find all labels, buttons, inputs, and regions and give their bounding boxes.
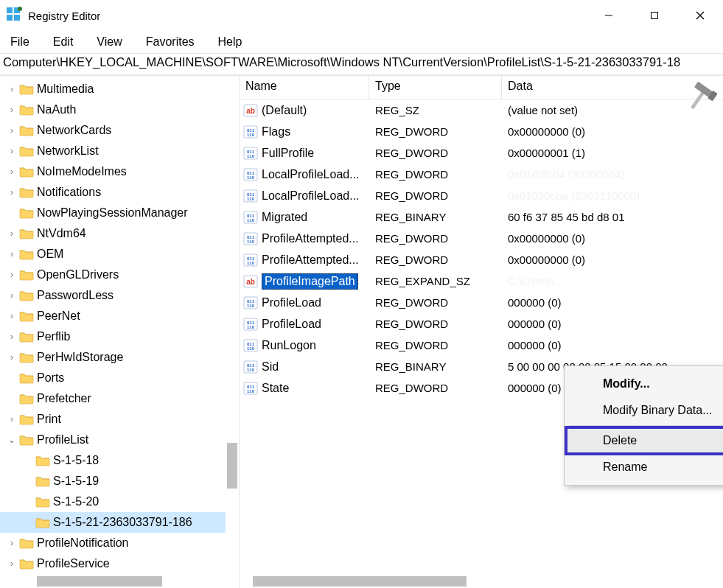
address-bar[interactable]: Computer\HKEY_LOCAL_MACHINE\SOFTWARE\Mic… xyxy=(0,53,723,75)
chevron-right-icon[interactable]: › xyxy=(6,290,18,301)
tree-item[interactable]: ›S-1-5-20 xyxy=(0,491,239,512)
value-data: 000000 (0) xyxy=(502,339,723,351)
values-list[interactable]: ab(Default)REG_SZ(value not set)011110Fl… xyxy=(240,99,723,588)
chevron-right-icon[interactable]: › xyxy=(6,187,18,197)
chevron-right-icon[interactable]: › xyxy=(6,538,18,548)
chevron-right-icon[interactable]: › xyxy=(6,332,18,342)
tree-item-label: S-1-5-18 xyxy=(53,454,99,467)
tree-item[interactable]: ›Multimedia xyxy=(0,79,239,99)
value-row[interactable]: 011110LocalProfileLoad...REG_DWORD0x01d0… xyxy=(240,164,723,185)
tree-item[interactable]: ›Perflib xyxy=(0,326,239,347)
chevron-right-icon[interactable]: › xyxy=(6,146,18,156)
tree-item-label: Ports xyxy=(37,371,64,385)
tree-item[interactable]: ›ProfileNotification xyxy=(0,533,239,553)
column-type[interactable]: Type xyxy=(369,76,502,99)
value-data: 0x00000001 (1) xyxy=(502,147,723,159)
tree-item[interactable]: ›OpenGLDrivers xyxy=(0,265,239,285)
tree-item[interactable]: ›Print xyxy=(0,409,239,430)
tree-item[interactable]: ›Ports xyxy=(0,368,239,388)
ctx-delete[interactable]: Delete xyxy=(566,427,723,454)
tree-item[interactable]: ›Notifications xyxy=(0,182,239,203)
folder-icon xyxy=(35,517,50,528)
close-button[interactable] xyxy=(677,0,723,31)
ctx-modify[interactable]: Modify... xyxy=(566,371,723,397)
registry-tree[interactable]: ›Multimedia›NaAuth›NetworkCards›NetworkL… xyxy=(0,76,240,588)
chevron-right-icon[interactable]: › xyxy=(6,352,18,363)
chevron-down-icon[interactable]: ⌄ xyxy=(6,435,18,445)
tree-item-label: NowPlayingSessionManager xyxy=(37,206,188,220)
value-data: 0x01030cba (2302110000) xyxy=(502,189,723,202)
chevron-right-icon[interactable]: › xyxy=(6,249,18,259)
chevron-right-icon[interactable]: › xyxy=(6,414,18,424)
tree-item[interactable]: ›NetworkCards xyxy=(0,120,239,141)
tree-item[interactable]: ›ProfileService xyxy=(0,553,239,574)
binary-value-icon: 011110 xyxy=(242,145,259,161)
ctx-rename[interactable]: Rename xyxy=(566,454,723,480)
value-row[interactable]: 011110ProfileAttempted...REG_DWORD0x0000… xyxy=(240,228,723,249)
tree-item-label: PasswordLess xyxy=(37,289,113,302)
binary-value-icon: 011110 xyxy=(242,188,259,204)
value-row[interactable]: abProfileImagePathREG_EXPAND_SZC:\Users\… xyxy=(240,270,723,292)
tree-item[interactable]: ›PasswordLess xyxy=(0,285,239,306)
window-controls xyxy=(586,0,723,31)
folder-icon xyxy=(19,145,34,157)
value-type: REG_BINARY xyxy=(369,211,502,223)
tree-item[interactable]: ›NowPlayingSessionManager xyxy=(0,203,239,223)
chevron-right-icon[interactable]: › xyxy=(6,270,18,280)
value-row[interactable]: 011110ProfileLoadREG_DWORD000000 (0) xyxy=(240,313,723,335)
value-row[interactable]: 011110FlagsREG_DWORD0x00000000 (0) xyxy=(240,121,723,142)
tree-item[interactable]: ›PerHwIdStorage xyxy=(0,347,239,368)
svg-rect-3 xyxy=(14,15,20,21)
tree-item[interactable]: ›OEM xyxy=(0,244,239,265)
value-row[interactable]: 011110FullProfileREG_DWORD0x00000001 (1) xyxy=(240,142,723,164)
value-row[interactable]: 011110ProfileLoadREG_DWORD000000 (0) xyxy=(240,292,723,313)
value-row[interactable]: 011110ProfileAttempted...REG_DWORD0x0000… xyxy=(240,249,723,270)
column-name[interactable]: Name xyxy=(240,76,369,99)
tree-item[interactable]: ›S-1-5-18 xyxy=(0,450,239,471)
binary-value-icon: 011110 xyxy=(242,231,259,247)
minimize-button[interactable] xyxy=(586,0,632,31)
menu-edit[interactable]: Edit xyxy=(50,34,77,50)
chevron-right-icon[interactable]: › xyxy=(6,84,18,94)
values-horizontal-scrollbar[interactable] xyxy=(240,575,723,588)
tree-item[interactable]: ›PeerNet xyxy=(0,306,239,326)
hammer-watermark-icon xyxy=(680,80,717,117)
tree-item[interactable]: ⌄ProfileList xyxy=(0,430,239,450)
svg-text:110: 110 xyxy=(247,346,255,351)
tree-item[interactable]: ›NaAuth xyxy=(0,99,239,120)
tree-vertical-scrollbar[interactable] xyxy=(226,76,239,575)
chevron-right-icon[interactable]: › xyxy=(6,559,18,569)
chevron-right-icon[interactable]: › xyxy=(6,228,18,239)
value-row[interactable]: ab(Default)REG_SZ(value not set) xyxy=(240,99,723,121)
tree-item[interactable]: ›NetworkList xyxy=(0,141,239,161)
tree-item-label: NtVdm64 xyxy=(37,227,86,240)
value-row[interactable]: 011110RunLogonREG_DWORD000000 (0) xyxy=(240,335,723,356)
tree-item[interactable]: ›S-1-5-19 xyxy=(0,471,239,491)
folder-icon xyxy=(19,83,34,95)
value-name: ProfileImagePath xyxy=(262,273,358,290)
value-row[interactable]: 011110MigratedREG_BINARY60 f6 37 85 45 b… xyxy=(240,206,723,228)
tree-horizontal-scrollbar[interactable] xyxy=(0,575,239,588)
menu-favorites[interactable]: Favorites xyxy=(143,34,198,50)
value-name: ProfileAttempted... xyxy=(262,232,359,245)
values-header[interactable]: Name Type Data xyxy=(240,76,723,99)
chevron-right-icon[interactable]: › xyxy=(6,105,18,115)
tree-item[interactable]: ›NtVdm64 xyxy=(0,223,239,244)
chevron-right-icon[interactable]: › xyxy=(6,311,18,321)
menu-help[interactable]: Help xyxy=(215,34,245,50)
value-row[interactable]: 011110LocalProfileLoad...REG_DWORD0x0103… xyxy=(240,185,723,206)
folder-icon xyxy=(19,372,34,384)
chevron-right-icon[interactable]: › xyxy=(6,167,18,177)
value-name: Sid xyxy=(262,360,279,374)
chevron-right-icon[interactable]: › xyxy=(6,125,18,136)
svg-text:110: 110 xyxy=(247,175,255,180)
ctx-modify-binary[interactable]: Modify Binary Data... xyxy=(566,397,723,424)
svg-point-4 xyxy=(18,7,22,11)
tree-item[interactable]: ›S-1-5-21-2363033791-186 xyxy=(0,512,239,533)
tree-item[interactable]: ›NoImeModeImes xyxy=(0,161,239,182)
folder-icon xyxy=(19,228,34,239)
maximize-button[interactable] xyxy=(632,0,677,31)
menu-view[interactable]: View xyxy=(94,34,125,50)
menu-file[interactable]: File xyxy=(7,34,32,50)
tree-item[interactable]: ›Prefetcher xyxy=(0,388,239,409)
